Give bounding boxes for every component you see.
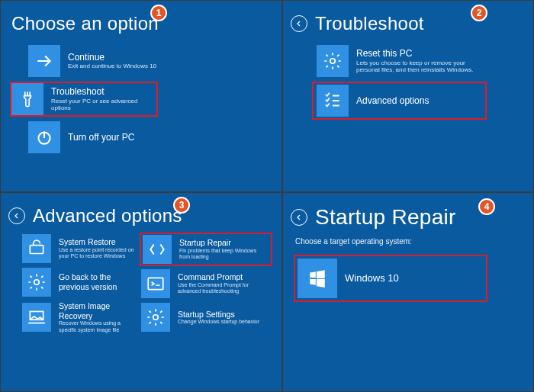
tile-label: Continue: [68, 52, 156, 63]
svg-point-1: [330, 59, 336, 64]
arrow-right-icon: [28, 45, 60, 77]
svg-point-6: [153, 315, 159, 320]
tile-desc: Exit and continue to Windows 10: [68, 63, 156, 70]
cmd-icon: [141, 269, 170, 298]
tile-desc: Change Windows startup behavior: [178, 319, 259, 325]
svg-point-3: [34, 280, 40, 285]
tile-command-prompt[interactable]: Command Prompt Use the Command Prompt fo…: [141, 269, 271, 298]
panel-startup-repair: 4 Startup Repair Choose a target operati…: [282, 192, 534, 392]
panel-title: Troubleshoot: [315, 13, 424, 34]
panel-header: Choose an option: [11, 13, 271, 34]
step-badge: 3: [173, 197, 190, 214]
step-badge: 4: [478, 198, 495, 215]
tile-label: Reset this PC: [356, 48, 478, 59]
image-recovery-icon: [22, 303, 51, 332]
tile-desc: Reset your PC or see advanced options: [51, 98, 150, 112]
repair-icon: [143, 235, 172, 264]
tile-label: Startup Repair: [179, 238, 263, 248]
tile-startup-repair[interactable]: Startup Repair Fix problems that keep Wi…: [141, 234, 271, 265]
svg-rect-5: [148, 278, 163, 289]
tile-troubleshoot[interactable]: Troubleshoot Reset your PC or see advanc…: [11, 83, 156, 115]
step-badge: 1: [150, 5, 167, 21]
panel-troubleshoot: 2 Troubleshoot Reset this PC Lets you ch…: [282, 0, 534, 192]
tile-continue[interactable]: Continue Exit and continue to Windows 10: [28, 45, 271, 77]
checklist-icon: [317, 85, 349, 117]
gear-icon: [22, 268, 51, 297]
tile-turn-off[interactable]: Turn off your PC: [28, 121, 271, 153]
tile-desc: Fix problems that keep Windows from load…: [179, 248, 263, 261]
power-icon: [28, 121, 60, 153]
gear-icon: [317, 45, 349, 77]
svg-rect-2: [30, 246, 43, 254]
tile-label: Turn off your PC: [68, 132, 134, 143]
tile-system-restore[interactable]: System Restore Use a restore point recor…: [22, 234, 138, 263]
tile-reset-pc[interactable]: Reset this PC Lets you choose to keep or…: [317, 45, 523, 77]
panel-subtext: Choose a target operating system:: [295, 237, 523, 246]
panel-advanced-options: 3 Advanced options System Restore Use a …: [0, 192, 282, 392]
panel-title: Choose an option: [11, 13, 159, 34]
back-button[interactable]: [8, 207, 25, 224]
step-badge: 2: [471, 5, 487, 21]
tile-desc: Use the Command Prompt for advanced trou…: [178, 282, 262, 295]
tile-label: Windows 10: [345, 272, 399, 284]
tile-desc: Recover Windows using a specific system …: [59, 320, 138, 333]
restore-icon: [22, 234, 51, 263]
tile-label: Command Prompt: [178, 272, 262, 282]
gear-icon: [141, 303, 170, 332]
tile-desc: Lets you choose to keep or remove your p…: [356, 59, 478, 74]
back-button[interactable]: [291, 209, 307, 226]
windows-icon: [298, 259, 337, 298]
tile-advanced-options[interactable]: Advanced options: [314, 83, 485, 118]
wrench-icon: [11, 83, 43, 115]
panel-choose-option: 1 Choose an option Continue Exit and con…: [0, 0, 282, 192]
panel-header: Advanced options: [8, 205, 271, 227]
tile-label: Go back to the previous version: [59, 272, 138, 291]
tile-label: Troubleshoot: [51, 86, 150, 97]
panel-title: Startup Repair: [315, 205, 456, 230]
tile-label: Startup Settings: [178, 310, 259, 320]
tile-windows-10[interactable]: Windows 10: [295, 256, 486, 300]
tile-label: System Image Recovery: [59, 301, 138, 320]
tile-go-back[interactable]: Go back to the previous version: [22, 268, 138, 297]
tile-startup-settings[interactable]: Startup Settings Change Windows startup …: [141, 303, 271, 332]
tile-desc: Use a restore point recorded on your PC …: [59, 247, 138, 260]
back-button[interactable]: [291, 15, 307, 32]
panel-title: Advanced options: [33, 205, 182, 227]
tile-label: System Restore: [59, 237, 138, 247]
tile-system-image-recovery[interactable]: System Image Recovery Recover Windows us…: [22, 301, 138, 333]
panel-header: Troubleshoot: [291, 13, 523, 34]
tile-label: Advanced options: [356, 95, 429, 106]
